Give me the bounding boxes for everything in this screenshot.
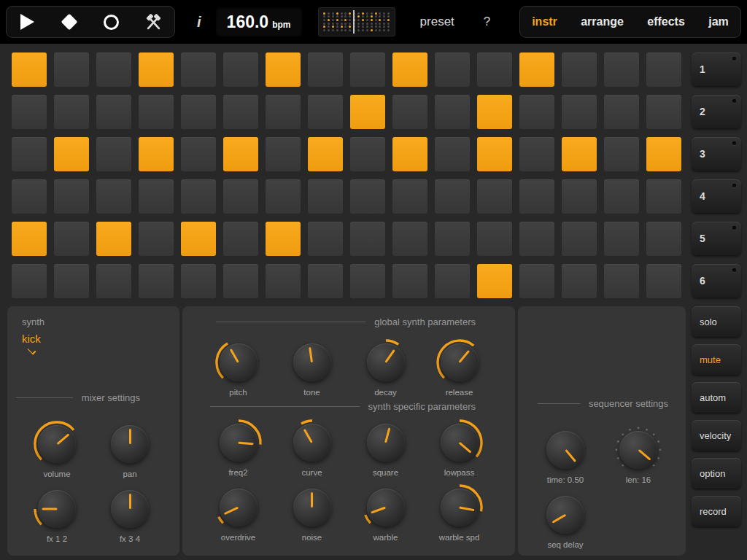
step-r3-c2[interactable]: [54, 137, 89, 171]
step-r6-c9[interactable]: [350, 264, 385, 298]
step-r5-c8[interactable]: [308, 222, 343, 256]
knob-lowpass[interactable]: lowpass: [422, 418, 496, 477]
step-r2-c1[interactable]: [12, 95, 47, 129]
tab-arrange[interactable]: arrange: [581, 15, 624, 28]
tab-effects[interactable]: effects: [647, 15, 685, 28]
step-r5-c5[interactable]: [181, 222, 216, 256]
track-button-3[interactable]: 3: [692, 137, 741, 171]
step-r4-c3[interactable]: [96, 179, 131, 214]
step-r5-c6[interactable]: [223, 222, 258, 256]
step-r6-c12[interactable]: [477, 264, 512, 298]
track-button-5[interactable]: 5: [692, 222, 741, 255]
step-r1-c2[interactable]: [54, 52, 89, 87]
autom-button[interactable]: autom: [692, 382, 741, 413]
step-r4-c9[interactable]: [350, 179, 385, 214]
step-r6-c1[interactable]: [12, 264, 47, 298]
step-r5-c4[interactable]: [139, 222, 174, 256]
play-button[interactable]: [12, 7, 44, 36]
knob-pan[interactable]: pan: [93, 419, 166, 478]
step-r1-c9[interactable]: [350, 52, 385, 87]
velocity-button[interactable]: velocity: [692, 420, 741, 451]
step-r3-c1[interactable]: [12, 137, 47, 171]
step-r2-c2[interactable]: [54, 95, 89, 129]
knob-freq2[interactable]: freq2: [201, 418, 275, 477]
step-r2-c14[interactable]: [562, 95, 597, 129]
tab-instr[interactable]: instr: [532, 15, 557, 28]
step-r5-c11[interactable]: [435, 222, 470, 256]
step-r1-c5[interactable]: [181, 52, 216, 87]
knob-noise[interactable]: noise: [275, 483, 349, 542]
step-r4-c1[interactable]: [12, 179, 47, 214]
step-r3-c9[interactable]: [350, 137, 385, 171]
knob-len-16[interactable]: len: 16: [602, 425, 675, 484]
track-button-6[interactable]: 6: [692, 264, 741, 298]
step-r4-c2[interactable]: [54, 179, 89, 214]
tools-button[interactable]: [137, 7, 169, 36]
step-r6-c11[interactable]: [435, 264, 470, 298]
loop-button[interactable]: [96, 7, 128, 36]
step-r2-c9[interactable]: [350, 95, 385, 129]
step-r2-c16[interactable]: [646, 95, 681, 129]
chevron-down-icon[interactable]: [27, 346, 36, 354]
step-r6-c2[interactable]: [54, 264, 89, 298]
step-r6-c7[interactable]: [266, 264, 301, 298]
step-r1-c16[interactable]: [646, 52, 681, 87]
step-r5-c1[interactable]: [12, 222, 47, 256]
step-r1-c1[interactable]: [12, 52, 47, 87]
synth-value[interactable]: kick: [22, 332, 179, 345]
step-r3-c3[interactable]: [96, 137, 131, 171]
step-r2-c8[interactable]: [308, 95, 343, 129]
step-r2-c4[interactable]: [139, 95, 174, 129]
step-r4-c16[interactable]: [646, 179, 681, 214]
bpm-display[interactable]: 160.0 bpm: [216, 7, 302, 36]
solo-button[interactable]: solo: [692, 306, 741, 337]
step-r5-c13[interactable]: [519, 222, 554, 256]
step-r4-c15[interactable]: [604, 179, 639, 214]
knob-pitch[interactable]: pitch: [201, 338, 275, 397]
step-r5-c14[interactable]: [562, 222, 597, 256]
record-button[interactable]: record: [692, 496, 741, 526]
step-r2-c7[interactable]: [266, 95, 301, 129]
step-r3-c8[interactable]: [308, 137, 343, 171]
step-r5-c16[interactable]: [646, 222, 681, 256]
step-r5-c15[interactable]: [604, 222, 639, 256]
step-r1-c15[interactable]: [604, 52, 639, 87]
step-r4-c4[interactable]: [139, 179, 174, 214]
step-r1-c11[interactable]: [435, 52, 470, 87]
step-r3-c16[interactable]: [646, 137, 681, 171]
step-r6-c13[interactable]: [519, 264, 554, 298]
knob-fx-3-4[interactable]: fx 3 4: [93, 484, 166, 543]
step-r2-c11[interactable]: [435, 95, 470, 129]
track-button-4[interactable]: 4: [692, 179, 741, 213]
step-r6-c14[interactable]: [562, 264, 597, 298]
knob-warble[interactable]: warble: [349, 483, 422, 542]
knob-curve[interactable]: curve: [275, 418, 349, 477]
step-r3-c7[interactable]: [266, 137, 301, 171]
knob-seq-delay[interactable]: seq delay: [529, 490, 602, 549]
step-r4-c10[interactable]: [392, 179, 427, 214]
step-r1-c4[interactable]: [139, 52, 174, 87]
step-r5-c7[interactable]: [266, 222, 301, 256]
step-r3-c15[interactable]: [604, 137, 639, 171]
step-r6-c6[interactable]: [223, 264, 258, 298]
step-r6-c10[interactable]: [392, 264, 427, 298]
step-r1-c14[interactable]: [562, 52, 597, 87]
step-r4-c11[interactable]: [435, 179, 470, 214]
step-r6-c3[interactable]: [96, 264, 131, 298]
knob-time-0-50[interactable]: time: 0.50: [529, 425, 602, 484]
mute-button[interactable]: mute: [692, 344, 741, 375]
step-r1-c3[interactable]: [96, 52, 131, 87]
step-r4-c7[interactable]: [266, 179, 301, 214]
knob-release[interactable]: release: [422, 338, 496, 397]
info-button[interactable]: i: [197, 14, 201, 31]
step-r2-c5[interactable]: [181, 95, 216, 129]
step-r3-c14[interactable]: [562, 137, 597, 171]
step-r4-c8[interactable]: [308, 179, 343, 214]
step-r4-c13[interactable]: [519, 179, 554, 214]
step-r1-c6[interactable]: [223, 52, 258, 87]
step-r2-c13[interactable]: [519, 95, 554, 129]
knob-square[interactable]: square: [349, 418, 422, 477]
step-r5-c10[interactable]: [392, 222, 427, 256]
step-r2-c6[interactable]: [223, 95, 258, 129]
step-r3-c10[interactable]: [392, 137, 427, 171]
